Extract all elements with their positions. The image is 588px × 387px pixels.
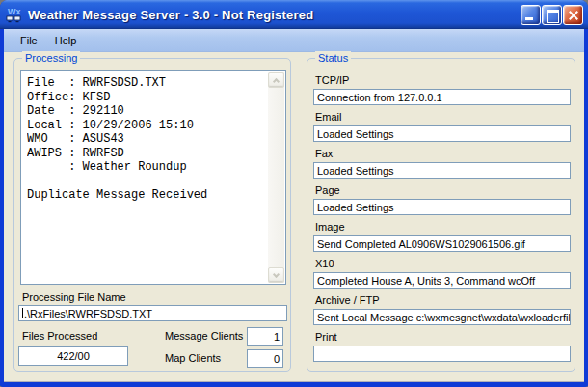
page-field[interactable]: Loaded Settings bbox=[313, 199, 571, 215]
archive-ftp-field[interactable]: Sent Local Message c:\wxmesgnet\wxdata\w… bbox=[313, 309, 571, 325]
status-group-label: Status bbox=[315, 51, 351, 65]
processing-group-label: Processing bbox=[22, 51, 80, 65]
print-field[interactable] bbox=[313, 346, 571, 362]
image-field[interactable]: Send Completed AL0906WS1029061506.gif bbox=[313, 235, 571, 252]
x10-label: X10 bbox=[315, 258, 334, 269]
processing-log-text: File : RWRFSDSD.TXT Office: KFSD Date : … bbox=[27, 76, 266, 282]
message-clients-label: Message Clients bbox=[165, 330, 243, 342]
print-label: Print bbox=[315, 331, 337, 343]
email-field[interactable]: Loaded Settings bbox=[313, 125, 571, 142]
message-clients-value: 1 bbox=[274, 331, 280, 343]
client-area: Processing File : RWRFSDSD.TXT Office: K… bbox=[4, 52, 584, 381]
scroll-up-icon[interactable] bbox=[268, 72, 284, 88]
processing-file-name-field[interactable]: .\RxFiles\RWRFSDSD.TXT bbox=[18, 305, 287, 321]
menu-help[interactable]: Help bbox=[46, 32, 86, 49]
menu-file[interactable]: File bbox=[12, 32, 46, 49]
text-caret bbox=[22, 308, 23, 318]
tcpip-field[interactable]: Connection from 127.0.0.1 bbox=[313, 89, 571, 105]
processing-group: Processing File : RWRFSDSD.TXT Office: K… bbox=[13, 58, 291, 372]
email-value: Loaded Settings bbox=[317, 128, 394, 140]
files-processed-field[interactable]: 422/00 bbox=[18, 346, 128, 366]
files-processed-label: Files Processed bbox=[22, 330, 97, 342]
image-value: Send Completed AL0906WS1029061506.gif bbox=[317, 238, 525, 250]
page-label: Page bbox=[315, 184, 340, 196]
app-icon: Wx bbox=[6, 6, 23, 23]
fax-field[interactable]: Loaded Settings bbox=[313, 162, 571, 179]
email-label: Email bbox=[315, 111, 342, 123]
menu-bar: File Help bbox=[4, 29, 584, 52]
close-button[interactable] bbox=[563, 5, 583, 25]
page-value: Loaded Settings bbox=[317, 202, 394, 213]
map-clients-field[interactable]: 0 bbox=[247, 349, 283, 368]
processing-file-name-value: .\RxFiles\RWRFSDSD.TXT bbox=[24, 308, 152, 319]
archive-ftp-label: Archive / FTP bbox=[315, 294, 380, 306]
window-title: Weather Message Server - 3.0 - Not Regis… bbox=[28, 8, 313, 22]
x10-value: Completed House A, Units 3, Command wcOf… bbox=[317, 275, 535, 287]
maximize-button[interactable] bbox=[542, 5, 562, 25]
message-clients-field[interactable]: 1 bbox=[247, 327, 283, 346]
minimize-button[interactable] bbox=[521, 5, 541, 25]
files-processed-value: 422/00 bbox=[57, 350, 90, 362]
svg-text:Wx: Wx bbox=[8, 7, 21, 16]
tcpip-label: TCP/IP bbox=[315, 74, 349, 86]
fax-value: Loaded Settings bbox=[317, 165, 394, 177]
archive-ftp-value: Sent Local Message c:\wxmesgnet\wxdata\w… bbox=[317, 312, 571, 323]
fax-label: Fax bbox=[315, 148, 333, 159]
log-scrollbar[interactable] bbox=[268, 72, 284, 283]
processing-log-box[interactable]: File : RWRFSDSD.TXT Office: KFSD Date : … bbox=[20, 70, 286, 285]
processing-file-name-label: Processing File Name bbox=[22, 291, 126, 303]
image-label: Image bbox=[315, 221, 345, 233]
status-group: Status TCP/IP Connection from 127.0.0.1 … bbox=[307, 58, 575, 372]
app-window: Wx Weather Message Server - 3.0 - Not Re… bbox=[0, 0, 588, 387]
scroll-down-icon[interactable] bbox=[268, 267, 284, 283]
title-bar[interactable]: Wx Weather Message Server - 3.0 - Not Re… bbox=[0, 0, 588, 29]
map-clients-label: Map Clients bbox=[165, 352, 221, 364]
x10-field[interactable]: Completed House A, Units 3, Command wcOf… bbox=[313, 272, 571, 289]
tcpip-value: Connection from 127.0.0.1 bbox=[317, 92, 442, 103]
map-clients-value: 0 bbox=[274, 353, 280, 365]
